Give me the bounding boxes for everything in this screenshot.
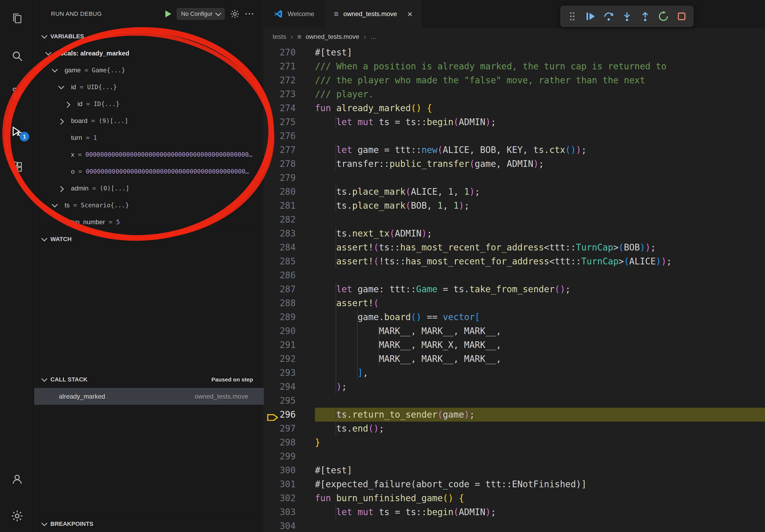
line-number[interactable]: 297 — [264, 421, 315, 435]
extensions-icon[interactable] — [0, 155, 34, 179]
code-line[interactable]: 283 ts.next_tx(ADMIN); — [264, 227, 765, 241]
code-line[interactable]: 281 ts.place_mark(BOB, 1, 1); — [264, 199, 765, 213]
code-line[interactable]: 300#[test] — [264, 463, 765, 477]
code-line[interactable]: 277 let game = ttt::new(ALICE, BOB, KEY,… — [264, 143, 765, 157]
chevron-down-icon[interactable] — [58, 83, 64, 89]
code-line-content[interactable]: /// player. — [315, 87, 765, 101]
line-number[interactable]: 270 — [264, 46, 315, 60]
code-line[interactable]: 270#[test] — [264, 46, 765, 60]
watch-section-header[interactable]: WATCH — [34, 230, 264, 247]
line-number[interactable]: 304 — [264, 519, 315, 532]
line-number[interactable]: 294 — [264, 380, 315, 394]
code-line[interactable]: 274fun already_marked() { — [264, 101, 765, 115]
code-line-content[interactable]: assert!( — [315, 296, 765, 310]
settings-gear-icon[interactable] — [0, 504, 34, 528]
code-line-content[interactable]: MARK__, MARK__, MARK__, — [315, 352, 765, 366]
line-number[interactable]: 272 — [264, 73, 315, 87]
run-and-debug-icon[interactable]: 1 — [0, 120, 34, 143]
line-number[interactable]: 279 — [264, 171, 315, 185]
variable-row[interactable]: locals: already_marked — [34, 45, 264, 62]
code-line[interactable]: 292 MARK__, MARK__, MARK__, — [264, 352, 765, 366]
code-line[interactable]: 294 ); — [264, 380, 765, 394]
code-line-content[interactable] — [315, 449, 765, 463]
code-line[interactable]: 297 ts.end(); — [264, 421, 765, 435]
code-line[interactable]: 291 MARK__, MARK_X, MARK__, — [264, 338, 765, 352]
code-line[interactable]: 276 — [264, 129, 765, 143]
call-stack-section-header[interactable]: CALL STACK Paused on step — [34, 371, 264, 388]
code-line-content[interactable]: game.board() == vector[ — [315, 310, 765, 324]
variable-row[interactable]: txn_number = 5 — [34, 213, 264, 230]
account-icon[interactable] — [0, 467, 34, 491]
code-line-content[interactable]: ts.return_to_sender(game); — [315, 408, 765, 421]
code-line-content[interactable]: /// the player who made the "false" move… — [315, 73, 765, 87]
line-number[interactable]: 274 — [264, 101, 315, 115]
line-number[interactable]: 284 — [264, 241, 315, 254]
line-number[interactable]: 292 — [264, 352, 315, 366]
continue-button[interactable] — [584, 10, 597, 23]
code-line-content[interactable]: let game: ttt::Game = ts.take_from_sende… — [315, 282, 765, 296]
tab-owned-tests-move[interactable]: ≡ owned_tests.move × — [324, 0, 422, 28]
code-line[interactable]: 286 — [264, 268, 765, 282]
line-number[interactable]: 282 — [264, 213, 315, 227]
code-line-content[interactable] — [315, 394, 765, 408]
code-line[interactable]: 299 — [264, 449, 765, 463]
code-line[interactable]: 282 — [264, 213, 765, 227]
line-number[interactable]: 275 — [264, 115, 315, 129]
code-line[interactable]: 296 ts.return_to_sender(game); — [264, 408, 765, 421]
line-number[interactable]: 286 — [264, 268, 315, 282]
line-number[interactable]: 280 — [264, 185, 315, 199]
line-number[interactable]: 271 — [264, 60, 315, 73]
line-number[interactable]: 290 — [264, 324, 315, 338]
variable-row[interactable]: game = Game{...} — [34, 62, 264, 79]
code-line-content[interactable] — [315, 519, 765, 532]
line-number[interactable]: 301 — [264, 477, 315, 491]
chevron-down-icon[interactable] — [52, 201, 58, 207]
line-number[interactable]: 300 — [264, 463, 315, 477]
code-line-content[interactable]: ts.next_tx(ADMIN); — [315, 227, 765, 241]
code-line-content[interactable]: #[test] — [315, 46, 765, 60]
code-line-content[interactable]: transfer::public_transfer(game, ADMIN); — [315, 157, 765, 171]
variable-row[interactable]: admin = (0)[...] — [34, 180, 264, 197]
explorer-icon[interactable] — [0, 6, 34, 31]
breadcrumb-more[interactable]: … — [371, 33, 377, 40]
code-line[interactable]: 290 MARK__, MARK__, MARK__, — [264, 324, 765, 338]
chevron-down-icon[interactable] — [52, 66, 58, 72]
code-line-content[interactable]: fun already_marked() { — [315, 101, 765, 115]
code-line-content[interactable]: let mut ts = ts::begin(ADMIN); — [315, 505, 765, 519]
variables-section-header[interactable]: VARIABLES — [34, 28, 264, 45]
line-number[interactable]: 281 — [264, 199, 315, 213]
breadcrumb-file[interactable]: owned_tests.move — [306, 33, 359, 40]
code-line-content[interactable]: /// When a position is already marked, t… — [315, 60, 765, 73]
code-line[interactable]: 298} — [264, 435, 765, 449]
line-number[interactable]: 303 — [264, 505, 315, 519]
code-line-content[interactable] — [315, 213, 765, 227]
variable-row[interactable]: ts = Scenario{...} — [34, 197, 264, 213]
line-number[interactable]: 277 — [264, 143, 315, 157]
code-line-content[interactable]: ts.place_mark(BOB, 1, 1); — [315, 199, 765, 213]
code-line-content[interactable]: MARK__, MARK_X, MARK__, — [315, 338, 765, 352]
code-line[interactable]: 289 game.board() == vector[ — [264, 310, 765, 324]
code-line-content[interactable]: ); — [315, 380, 765, 394]
chevron-down-icon[interactable] — [45, 49, 51, 56]
code-line[interactable]: 273/// player. — [264, 87, 765, 101]
code-line-content[interactable]: ts.end(); — [315, 421, 765, 435]
breakpoints-section-header[interactable]: BREAKPOINTS — [34, 516, 264, 532]
code-line[interactable]: 301#[expected_failure(abort_code = ttt::… — [264, 477, 765, 491]
line-number[interactable]: 295 — [264, 394, 315, 408]
code-line-content[interactable]: MARK__, MARK__, MARK__, — [315, 324, 765, 338]
code-line[interactable]: 302fun burn_unfinished_game() { — [264, 491, 765, 505]
code-line[interactable]: 287 let game: ttt::Game = ts.take_from_s… — [264, 282, 765, 296]
stop-button[interactable] — [675, 10, 688, 23]
code-line[interactable]: 284 assert!(ts::has_most_recent_for_addr… — [264, 241, 765, 254]
code-line[interactable]: 271/// When a position is already marked… — [264, 60, 765, 73]
code-line-content[interactable] — [315, 268, 765, 282]
breadcrumb-folder[interactable]: tests — [273, 33, 286, 40]
line-number[interactable]: 283 — [264, 227, 315, 241]
tab-welcome[interactable]: Welcome — [264, 0, 324, 28]
line-number[interactable]: 278 — [264, 157, 315, 171]
variable-row[interactable]: id = ID{...} — [34, 95, 264, 112]
source-control-icon[interactable] — [0, 81, 34, 105]
line-number[interactable]: 287 — [264, 282, 315, 296]
code-line[interactable]: 280 ts.place_mark(ALICE, 1, 1); — [264, 185, 765, 199]
code-line[interactable]: 288 assert!( — [264, 296, 765, 310]
